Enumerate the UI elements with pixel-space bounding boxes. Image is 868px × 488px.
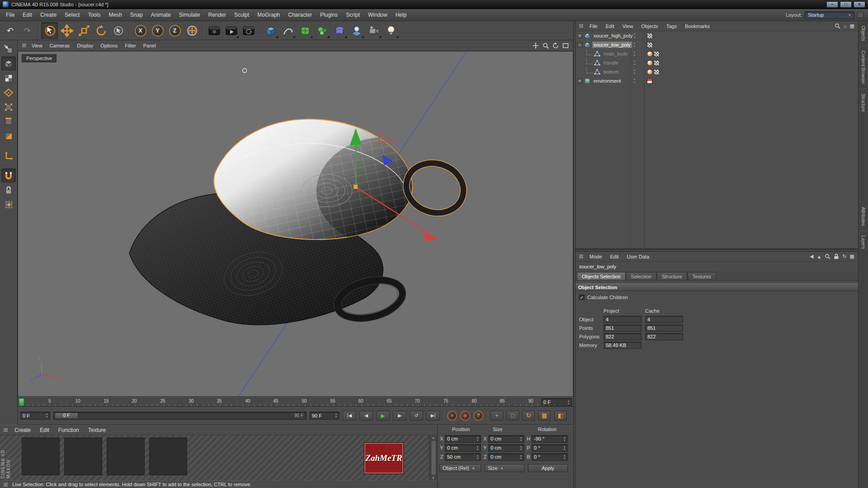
redo-button[interactable]: ↷ [19,22,36,39]
y-axis-lock-button[interactable]: Y [149,22,166,39]
menu-mesh[interactable]: Mesh [104,9,126,21]
viewport-menu-panel[interactable]: Panel [140,40,160,51]
pin-icon[interactable]: ▲ [816,254,821,259]
scroll-up-icon[interactable]: ▲ [432,436,435,439]
object-label[interactable]: handle [602,60,620,66]
menu-plugins[interactable]: Plugins [316,9,342,21]
viewport-view-label[interactable]: Perspective [22,54,57,62]
visibility-dots[interactable] [633,51,636,56]
next-frame-button[interactable]: ▶ [393,411,406,421]
menu-file[interactable]: File [2,9,19,21]
panel-grip[interactable] [579,254,583,258]
material-menu-function[interactable]: Function [54,425,83,435]
expand-icon[interactable]: + [577,33,582,38]
texture-tag-icon[interactable] [647,33,653,39]
close-button[interactable]: × [854,1,865,8]
stat-points-project[interactable]: 851 [604,324,642,332]
menu-create[interactable]: Create [36,9,61,21]
stepper-arrows[interactable]: ▲▼ [519,446,522,450]
tree-row-handle[interactable]: handle [576,58,858,67]
om-menu-bookmarks[interactable]: Bookmarks [681,21,713,31]
stepper-arrows[interactable]: ▲▼ [475,455,479,460]
size-y-field[interactable]: 0 cm▲▼ [488,444,524,452]
add-subdivision-surface-button[interactable] [297,22,313,39]
loop-button[interactable]: ↺ [410,411,423,421]
stepper-arrows[interactable]: ▲▼ [562,436,566,441]
workplane-mode-button[interactable] [1,85,16,99]
panel-grip[interactable] [4,483,8,487]
add-generator-button[interactable] [314,22,330,39]
viewport-canvas[interactable]: Y x z Perspective [18,51,573,397]
tab-objects-selection[interactable]: Objects Selection [577,272,626,280]
menu-sculpt[interactable]: Sculpt [230,9,253,21]
quantize-button[interactable] [1,197,16,211]
stepper-arrows[interactable]: ▲▼ [519,455,522,460]
stat-memory-project[interactable]: 58.49 KB [604,342,642,349]
add-camera-button[interactable] [365,22,382,39]
goto-start-button[interactable]: |◀ [343,411,356,421]
om-menu-view[interactable]: View [619,21,637,31]
stepper-arrows[interactable]: ▲▼ [475,446,479,450]
texture-mode-button[interactable] [1,71,16,85]
home-icon[interactable]: ⌂ [844,23,847,29]
visibility-dots[interactable] [633,42,636,47]
collapse-icon[interactable]: − [577,42,582,47]
am-menu-userdata[interactable]: User Data [623,252,653,261]
dock-tab-layers[interactable]: Layers [861,231,866,253]
rotate-tool-button[interactable] [93,22,109,39]
om-menu-edit[interactable]: Edit [602,21,618,31]
material-swatch-chrome[interactable] [22,437,60,475]
position-y-field[interactable]: 0 cm▲▼ [445,444,481,452]
low-poly-model[interactable] [208,110,474,246]
add-deformer-button[interactable] [331,22,348,39]
tab-structure[interactable]: Structure [657,272,687,280]
visibility-dots[interactable] [633,69,636,75]
keyframe-selection-button[interactable]: ? [473,411,483,421]
tree-row-soucer-high-poly[interactable]: + soucer_high_poly [576,31,858,40]
phong-tag-icon[interactable] [647,51,653,57]
scale-tool-button[interactable] [75,22,92,39]
menu-mograph[interactable]: MoGraph [253,9,284,21]
menu-tools[interactable]: Tools [84,9,104,21]
material-menu-edit[interactable]: Edit [36,425,53,435]
om-menu-file[interactable]: File [586,21,601,31]
add-primitive-button[interactable] [262,22,279,39]
zoom-view-icon[interactable] [542,42,549,49]
am-menu-edit[interactable]: Edit [607,252,623,261]
menu-script[interactable]: Script [342,9,364,21]
visibility-dots[interactable] [633,33,636,38]
material-scrollbar[interactable]: ▲ ▼ [429,435,437,480]
visibility-dots[interactable] [633,78,636,84]
am-menu-mode[interactable]: Mode [586,252,606,261]
pan-view-icon[interactable] [533,42,539,49]
current-frame-field[interactable]: 0 F ▲▼ [20,412,50,420]
record-parameters-toggle[interactable]: ▦ [538,411,551,421]
tab-textures[interactable]: Textures [688,272,717,280]
dock-tab-attributes[interactable]: Attributes [861,202,866,230]
coordinate-mode-select[interactable]: Object (Rel) ▼ [439,464,481,472]
scroll-down-icon[interactable]: ▼ [432,476,435,479]
edges-mode-button[interactable] [1,114,16,128]
refresh-icon[interactable]: ↻ [842,253,846,259]
tree-row-main-body[interactable]: main_body [576,49,858,58]
rotation-b-field[interactable]: 0 °▲▼ [532,453,568,461]
end-frame-field[interactable]: 90 F ▲▼ [310,412,340,420]
points-mode-button[interactable] [1,100,16,114]
viewport-menu-view[interactable]: View [28,40,46,51]
texture-tag-icon[interactable] [654,69,660,75]
panel-grip[interactable] [579,24,583,28]
lock-icon[interactable] [834,253,839,259]
material-menu-texture[interactable]: Texture [84,425,110,435]
menu-simulate[interactable]: Simulate [175,9,204,21]
object-label[interactable]: main_body [602,51,629,57]
make-editable-button[interactable] [1,42,16,56]
goto-end-button[interactable]: ▶| [426,411,440,421]
stat-polygons-project[interactable]: 822 [604,333,642,340]
layout-select[interactable]: Startup ▼ [805,11,854,19]
dock-tab-objects[interactable]: Objects [861,21,866,46]
snap-toggle-button[interactable] [1,169,16,183]
search-icon[interactable] [825,253,830,259]
phong-tag-icon[interactable] [647,60,653,66]
minimize-button[interactable]: – [826,1,838,8]
compositing-tag-icon[interactable] [647,78,652,84]
